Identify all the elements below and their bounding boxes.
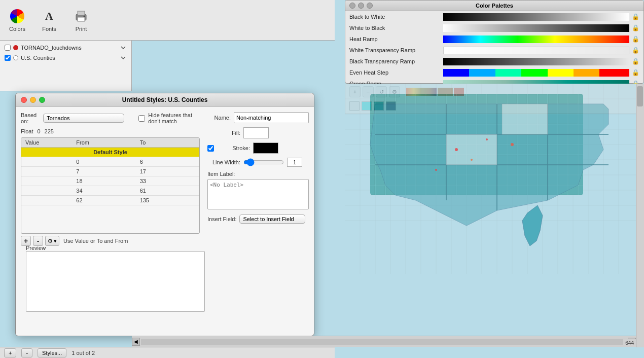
table-row-4[interactable]: 62 135 xyxy=(21,196,199,205)
palette-bar-0[interactable] xyxy=(443,13,629,21)
fill-color-box[interactable] xyxy=(243,127,269,138)
default-style-cell: Default Style xyxy=(21,148,199,157)
dialog-content: Based on: Tornados Hide features that do… xyxy=(16,107,314,322)
name-input[interactable] xyxy=(234,112,309,123)
svg-point-3 xyxy=(84,16,85,17)
row3-from: 34 xyxy=(72,186,135,196)
preview-label: Preview xyxy=(26,245,46,251)
row4-value xyxy=(21,196,72,205)
item-label-textarea[interactable] xyxy=(207,179,309,209)
minimize-dot[interactable] xyxy=(358,3,364,9)
layer-checkbox-tornado[interactable] xyxy=(5,45,11,51)
layer-dot-tornado xyxy=(13,45,18,50)
palette-bar-1[interactable] xyxy=(443,24,629,32)
svg-rect-2 xyxy=(78,17,85,21)
close-dot[interactable] xyxy=(349,3,355,9)
styles-maximize-dot[interactable] xyxy=(39,97,45,103)
palette-bar-5[interactable] xyxy=(443,69,629,77)
line-width-slider[interactable] xyxy=(243,158,284,166)
palette-label-1: White to Black xyxy=(349,25,443,31)
stroke-row: Stroke: xyxy=(207,142,309,154)
page-info: 1 out of 2 xyxy=(71,350,95,356)
toolbar: Colors A Fonts Print xyxy=(0,0,335,41)
fonts-button[interactable]: A Fonts xyxy=(37,6,61,34)
hide-features-checkbox[interactable] xyxy=(138,115,145,122)
float-label: Float xyxy=(21,128,33,134)
styles-button[interactable]: Styles... xyxy=(38,348,66,357)
colors-label: Colors xyxy=(9,26,25,32)
table-row-1[interactable]: 7 17 xyxy=(21,167,199,176)
svg-point-41 xyxy=(435,169,437,171)
col-header-value: Value xyxy=(21,138,72,148)
palette-row-heat-ramp[interactable]: Heat Ramp 🔒 xyxy=(345,33,643,45)
table-row-3[interactable]: 34 61 xyxy=(21,186,199,196)
name-row: Name: xyxy=(207,112,309,123)
row0-to: 6 xyxy=(136,157,199,167)
layer-expand-counties-icon[interactable] xyxy=(120,54,127,61)
styles-table: Value From To Default Style 0 xyxy=(21,138,199,205)
hide-features-label: Hide features that don't match xyxy=(148,112,200,124)
scrollbar-thumb[interactable] xyxy=(637,86,643,106)
table-row-0[interactable]: 0 6 xyxy=(21,157,199,167)
palette-label-3: White Transparency Ramp xyxy=(349,47,443,53)
palette-bar-2[interactable] xyxy=(443,35,629,43)
zoom-in-button[interactable]: + xyxy=(4,348,16,357)
table-row-default[interactable]: Default Style xyxy=(21,148,199,157)
styles-table-wrapper[interactable]: Value From To Default Style 0 xyxy=(21,137,200,234)
row4-to: 135 xyxy=(136,196,199,205)
zoom-out-button[interactable]: - xyxy=(21,348,32,357)
insert-field-select[interactable]: Select to Insert Field xyxy=(239,214,305,224)
stroke-color-box[interactable] xyxy=(253,142,278,154)
stroke-checkbox[interactable] xyxy=(207,145,214,152)
layer-checkbox-counties[interactable] xyxy=(5,55,11,61)
fonts-label: Fonts xyxy=(42,26,56,32)
maximize-dot[interactable] xyxy=(367,3,373,9)
add-row-button[interactable]: + xyxy=(21,236,31,246)
row4-from: 62 xyxy=(72,196,135,205)
lock-icon-1: 🔒 xyxy=(631,24,639,32)
print-icon xyxy=(73,8,89,24)
fill-label: Fill: xyxy=(207,130,240,136)
right-scrollbar[interactable] xyxy=(636,84,644,347)
map-scroll-left-button[interactable]: ◀ xyxy=(132,338,140,346)
palette-row-white-to-black[interactable]: White to Black 🔒 xyxy=(345,22,643,33)
palette-row-even-heat[interactable]: Even Heat Step 🔒 xyxy=(345,67,643,78)
map-bottom-bar: ◀ ▶ xyxy=(132,336,636,347)
item-label-title: Item Label: xyxy=(207,171,309,177)
layer-expand-tornado-icon[interactable] xyxy=(120,44,127,51)
remove-row-button[interactable]: - xyxy=(33,236,43,246)
svg-point-40 xyxy=(511,143,514,146)
based-on-select[interactable]: Tornados xyxy=(43,114,124,123)
map-scroll-track[interactable] xyxy=(141,339,627,345)
palette-row-white-trans[interactable]: White Transparency Ramp 🔒 xyxy=(345,45,643,56)
palette-row-black-trans[interactable]: Black Transparency Ramp 🔒 xyxy=(345,56,643,67)
table-toolbar: + - ⚙ ▾ Use Value or To and From xyxy=(21,236,200,246)
item-label-section: Item Label: xyxy=(207,171,309,210)
row3-to: 61 xyxy=(136,186,199,196)
color-palettes-window: Color Palettes Black to White 🔒 White to… xyxy=(345,0,644,84)
print-button[interactable]: Print xyxy=(69,6,93,34)
coord-value: 644 xyxy=(625,340,634,346)
row1-from: 7 xyxy=(72,167,135,176)
styles-titlebar-dots xyxy=(21,97,45,103)
gear-row-button[interactable]: ⚙ ▾ xyxy=(45,236,59,246)
preview-section: Preview xyxy=(26,245,205,312)
table-row-2[interactable]: 18 33 xyxy=(21,176,199,186)
palette-bar-3[interactable] xyxy=(443,47,629,54)
use-value-label: Use Value or To and From xyxy=(63,238,128,244)
line-width-input[interactable] xyxy=(287,158,302,167)
palette-row-black-to-white[interactable]: Black to White 🔒 xyxy=(345,11,643,22)
stroke-label: Stroke: xyxy=(217,145,250,151)
color-palettes-title: Color Palettes xyxy=(476,3,513,9)
layer-item-tornado[interactable]: TORNADO_touchdowns xyxy=(2,43,129,53)
colors-button[interactable]: Colors xyxy=(5,6,29,34)
name-label: Name: xyxy=(207,115,231,121)
line-width-row: Line Width: xyxy=(207,158,309,167)
layer-item-counties[interactable]: U.S. Counties xyxy=(2,53,129,63)
styles-minimize-dot[interactable] xyxy=(30,97,36,103)
lock-icon-3: 🔒 xyxy=(631,46,639,54)
palette-label-0: Black to White xyxy=(349,14,443,20)
styles-dialog-title: Untitled Styles: U.S. Counties xyxy=(122,96,208,103)
palette-bar-4[interactable] xyxy=(443,58,629,65)
styles-close-dot[interactable] xyxy=(21,97,27,103)
